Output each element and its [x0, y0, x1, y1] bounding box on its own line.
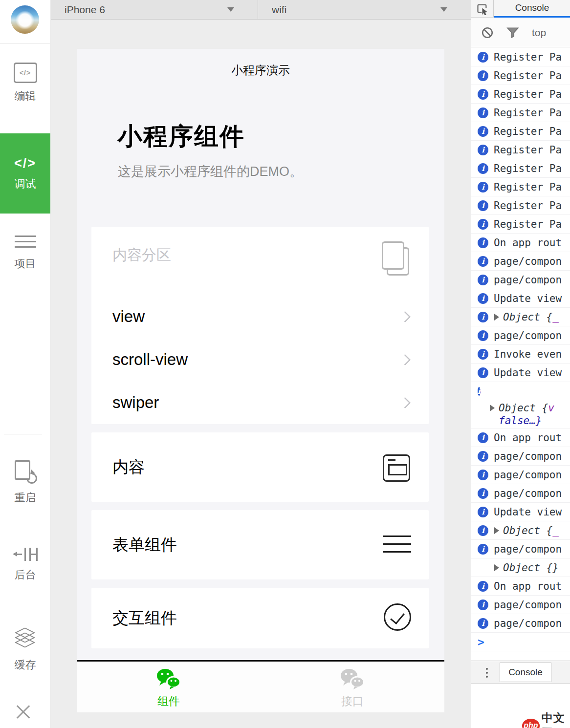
list-item-view[interactable]: view	[91, 295, 429, 338]
console-log-row: iRegister Pa	[471, 141, 570, 159]
console-log-row[interactable]: >	[471, 633, 570, 651]
list-item-swiper[interactable]: swiper	[91, 381, 429, 424]
log-text: Register Pa	[494, 69, 562, 82]
sidebar-item-restart[interactable]: 重启	[0, 460, 50, 509]
sidebar-item-cache[interactable]: 缓存	[0, 626, 50, 676]
page-title: 小程序组件	[118, 120, 429, 153]
log-text: Register Pa	[494, 107, 562, 119]
console-log-row: ipage/compon	[471, 252, 570, 271]
console-log-row: iRegister Pa	[471, 85, 570, 104]
php-logo: php	[522, 719, 540, 728]
device-select[interactable]: iPhone 6	[51, 0, 258, 19]
chevron-right-icon	[399, 311, 411, 322]
console-log-row: iInvoke even	[471, 345, 570, 364]
page-subtitle: 这是展示小程序组件的DEMO。	[118, 163, 429, 180]
info-icon: i	[478, 200, 488, 211]
chevron-right-icon	[399, 397, 411, 408]
chevron-down-icon	[440, 7, 447, 12]
watermark-text: 中文网	[542, 710, 570, 728]
group-header-label: 内容分区	[112, 247, 171, 263]
log-text: Update view	[494, 506, 562, 518]
console-log-row: iOn app rout	[471, 428, 570, 447]
console-log-row: iOn app rout	[471, 234, 570, 252]
log-text: page/compon	[494, 450, 562, 463]
execution-context-selector[interactable]: top	[532, 27, 546, 39]
expand-triangle-icon[interactable]	[494, 314, 499, 321]
info-icon: i	[478, 70, 488, 81]
info-icon: i	[478, 600, 488, 610]
log-text: Update view	[494, 292, 562, 305]
log-text: page/compon	[494, 274, 562, 286]
console-log-row: iObject {_	[471, 521, 570, 540]
console-log-row: ipage/compon	[471, 484, 570, 503]
console-log-row: ipage/compon	[471, 466, 570, 484]
info-icon: i	[478, 470, 488, 480]
devtools-panel: Console top iRegister PaiRegister PaiReg…	[471, 0, 570, 728]
tab-api[interactable]: 接口	[261, 662, 444, 712]
divider	[0, 43, 50, 43]
sidebar-item-background[interactable]: 后台	[0, 546, 50, 591]
info-icon: i	[478, 367, 488, 378]
info-icon: i	[478, 52, 488, 63]
sidebar-item-project[interactable]: 项目	[0, 234, 50, 278]
document-icon	[383, 454, 410, 482]
console-log-row: iRegister Pa	[471, 215, 570, 234]
user-avatar[interactable]	[11, 5, 39, 34]
expand-triangle-icon[interactable]	[494, 564, 499, 571]
info-icon: i	[478, 293, 488, 304]
component-group-card: 内容分区 view scroll-view swiper	[91, 227, 429, 424]
console-log-row: iObject {vfalse…}	[471, 382, 570, 428]
console-log-row: iRegister Pa	[471, 122, 570, 141]
log-text: page/compon	[494, 469, 562, 481]
log-text: Register Pa	[494, 199, 562, 212]
console-log-row: ipage/compon	[471, 326, 570, 345]
info-icon: i	[478, 507, 488, 517]
network-select-value: wifi	[272, 4, 286, 16]
console-log-row: iRegister Pa	[471, 178, 570, 196]
info-icon: i	[478, 275, 488, 285]
expand-triangle-icon[interactable]	[490, 405, 495, 411]
log-text: page/compon	[494, 543, 562, 556]
info-icon: i	[478, 126, 488, 137]
log-text: page/compon	[494, 255, 562, 268]
info-icon: i	[478, 618, 488, 629]
log-text: page/compon	[494, 599, 562, 611]
drawer-tab-console[interactable]: Console	[500, 663, 551, 682]
section-card-content[interactable]: 内容	[91, 432, 429, 502]
clear-console-icon	[481, 26, 494, 39]
close-icon[interactable]	[14, 703, 32, 721]
background-icon	[13, 546, 38, 562]
console-log-row: iRegister Pa	[471, 104, 570, 122]
console-log-row: ipage/compon	[471, 540, 570, 558]
device-select-value: iPhone 6	[65, 4, 105, 16]
tab-console[interactable]: Console	[494, 0, 570, 18]
console-log-row: iUpdate view	[471, 503, 570, 521]
sidebar-item-edit[interactable]: </> 编辑	[0, 63, 50, 116]
console-log-row: ipage/compon	[471, 447, 570, 466]
info-icon: i	[478, 387, 481, 396]
kebab-menu-icon[interactable]	[486, 668, 488, 670]
network-select[interactable]: wifi	[258, 0, 471, 19]
info-icon: i	[478, 544, 488, 555]
section-card-form-components[interactable]: 表单组件	[91, 510, 429, 579]
tab-components[interactable]: 组件	[77, 662, 261, 712]
info-icon: i	[478, 581, 488, 592]
expand-triangle-icon[interactable]	[494, 527, 499, 534]
page-hero: 小程序组件 这是展示小程序组件的DEMO。	[77, 78, 444, 180]
check-circle-icon	[384, 603, 411, 631]
list-item-scroll-view[interactable]: scroll-view	[91, 338, 429, 381]
log-text: Register Pa	[494, 218, 562, 231]
log-text: Register Pa	[494, 181, 562, 193]
filter-button[interactable]	[506, 27, 519, 39]
console-log-row: iRegister Pa	[471, 66, 570, 85]
chevron-down-icon	[227, 7, 234, 12]
log-text: Invoke even	[494, 348, 562, 361]
log-text: On app rout	[494, 236, 562, 249]
section-card-interaction-components[interactable]: 交互组件	[91, 588, 429, 648]
console-log-row: ipage/compon	[471, 271, 570, 289]
console-prompt-chevron[interactable]: >	[478, 636, 484, 648]
sidebar-item-debug[interactable]: </> 调试	[0, 133, 50, 214]
clear-console-button[interactable]	[481, 26, 494, 39]
tab-label: 接口	[341, 694, 364, 709]
inspect-element-button[interactable]	[471, 0, 494, 17]
